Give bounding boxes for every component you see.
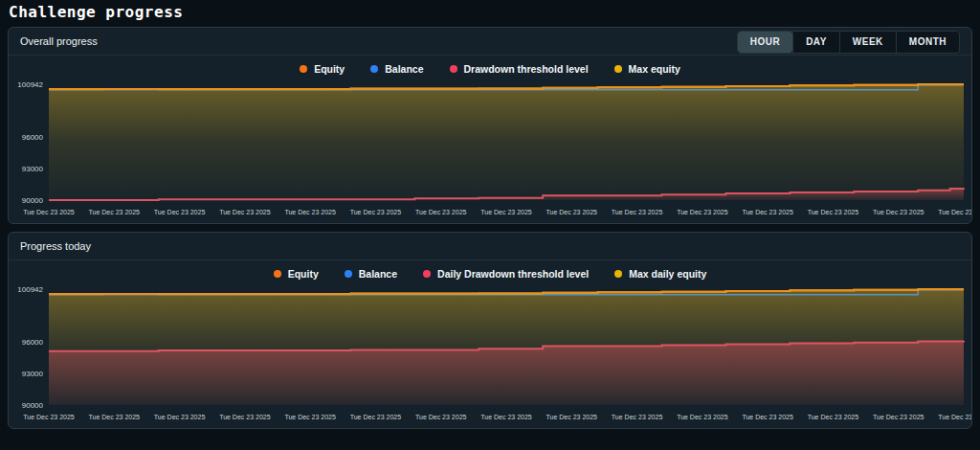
overall-progress-chart: 100942960009300090000Tue Dec 23 2025Tue … xyxy=(11,77,971,220)
legend-overall-progress: EquityBalanceDrawdown threshold levelMax… xyxy=(9,56,971,77)
x-tick-label: Tue Dec 23 2025 xyxy=(546,209,598,215)
y-tick-label: 93000 xyxy=(22,165,44,173)
card-title-progress-today: Progress today xyxy=(20,240,91,252)
x-tick-label: Tue Dec 23 2025 xyxy=(612,414,663,420)
x-tick-label: Tue Dec 23 2025 xyxy=(154,414,206,420)
legend-label: Max daily equity xyxy=(629,268,706,280)
range-button-week[interactable]: WEEK xyxy=(839,32,896,53)
y-tick-label: 100942 xyxy=(17,80,43,89)
x-tick-label: Tue Dec 23 2025 xyxy=(742,209,793,215)
x-tick-label: Tue Dec 23 2025 xyxy=(938,414,972,420)
legend-label: Daily Drawdown threshold level xyxy=(437,268,589,280)
legend-dot-drawdown-threshold-level xyxy=(450,65,457,73)
x-tick-label: Tue Dec 23 2025 xyxy=(612,209,663,215)
x-tick-label: Tue Dec 23 2025 xyxy=(23,209,75,215)
range-button-day[interactable]: DAY xyxy=(792,32,839,53)
progress-today-card-header: Progress today xyxy=(9,233,971,260)
range-button-group: HOURDAYWEEKMONTH xyxy=(737,31,960,54)
legend-item-balance[interactable]: Balance xyxy=(345,268,397,280)
x-tick-label: Tue Dec 23 2025 xyxy=(808,209,859,215)
x-tick-label: Tue Dec 23 2025 xyxy=(938,209,972,215)
y-tick-label: 96000 xyxy=(22,338,44,347)
legend-dot-equity xyxy=(300,65,307,73)
x-tick-label: Tue Dec 23 2025 xyxy=(546,414,598,420)
legend-label: Equity xyxy=(288,268,319,280)
y-tick-label: 96000 xyxy=(22,133,44,142)
legend-dot-max-daily-equity xyxy=(614,270,622,278)
x-tick-label: Tue Dec 23 2025 xyxy=(89,414,141,420)
progress-today-chart: 100942960009300090000Tue Dec 23 2025Tue … xyxy=(11,281,971,425)
legend-dot-daily-drawdown-threshold-level xyxy=(423,270,431,278)
x-tick-label: Tue Dec 23 2025 xyxy=(154,209,206,215)
x-tick-label: Tue Dec 23 2025 xyxy=(480,209,532,215)
x-tick-label: Tue Dec 23 2025 xyxy=(873,209,924,215)
card-title-overall-progress: Overall progress xyxy=(20,35,98,47)
x-tick-label: Tue Dec 23 2025 xyxy=(219,414,271,420)
page-title: Challenge progress xyxy=(0,0,980,27)
x-tick-label: Tue Dec 23 2025 xyxy=(219,209,271,215)
overall-progress-card-header: Overall progress HOURDAYWEEKMONTH xyxy=(9,28,971,56)
x-tick-label: Tue Dec 23 2025 xyxy=(284,414,336,420)
legend-label: Balance xyxy=(385,63,423,75)
x-tick-label: Tue Dec 23 2025 xyxy=(284,209,336,215)
series-area-max-equity xyxy=(49,84,964,200)
x-tick-label: Tue Dec 23 2025 xyxy=(873,414,924,420)
progress-today-card: Progress today EquityBalanceDaily Drawdo… xyxy=(8,232,972,429)
x-tick-label: Tue Dec 23 2025 xyxy=(677,209,728,215)
legend-progress-today: EquityBalanceDaily Drawdown threshold le… xyxy=(9,260,971,281)
legend-dot-equity xyxy=(274,270,281,278)
legend-label: Equity xyxy=(314,63,345,75)
x-tick-label: Tue Dec 23 2025 xyxy=(808,414,859,420)
overall-progress-card: Overall progress HOURDAYWEEKMONTH Equity… xyxy=(8,27,972,224)
x-tick-label: Tue Dec 23 2025 xyxy=(350,414,402,420)
legend-label: Drawdown threshold level xyxy=(464,63,589,75)
x-tick-label: Tue Dec 23 2025 xyxy=(23,414,75,420)
legend-dot-max-equity xyxy=(614,65,622,73)
legend-dot-balance xyxy=(345,270,352,278)
x-tick-label: Tue Dec 23 2025 xyxy=(415,209,467,215)
legend-item-equity[interactable]: Equity xyxy=(300,63,345,75)
legend-item-daily-drawdown-threshold-level[interactable]: Daily Drawdown threshold level xyxy=(423,268,589,280)
x-tick-label: Tue Dec 23 2025 xyxy=(480,414,532,420)
x-tick-label: Tue Dec 23 2025 xyxy=(415,414,467,420)
legend-label: Max equity xyxy=(629,63,680,75)
x-tick-label: Tue Dec 23 2025 xyxy=(742,414,793,420)
y-tick-label: 90000 xyxy=(22,196,44,205)
legend-item-equity[interactable]: Equity xyxy=(274,268,319,280)
legend-dot-balance xyxy=(370,65,378,73)
y-tick-label: 90000 xyxy=(22,401,44,410)
x-tick-label: Tue Dec 23 2025 xyxy=(677,414,728,420)
y-tick-label: 100942 xyxy=(17,285,43,294)
legend-item-balance[interactable]: Balance xyxy=(370,63,423,75)
y-tick-label: 93000 xyxy=(22,370,44,378)
legend-label: Balance xyxy=(359,268,397,280)
range-button-month[interactable]: MONTH xyxy=(896,32,959,53)
legend-item-max-daily-equity[interactable]: Max daily equity xyxy=(614,268,706,280)
x-tick-label: Tue Dec 23 2025 xyxy=(350,209,402,215)
x-tick-label: Tue Dec 23 2025 xyxy=(89,209,141,215)
legend-item-max-equity[interactable]: Max equity xyxy=(614,63,680,75)
range-button-hour[interactable]: HOUR xyxy=(738,32,792,53)
legend-item-drawdown-threshold-level[interactable]: Drawdown threshold level xyxy=(450,63,589,75)
